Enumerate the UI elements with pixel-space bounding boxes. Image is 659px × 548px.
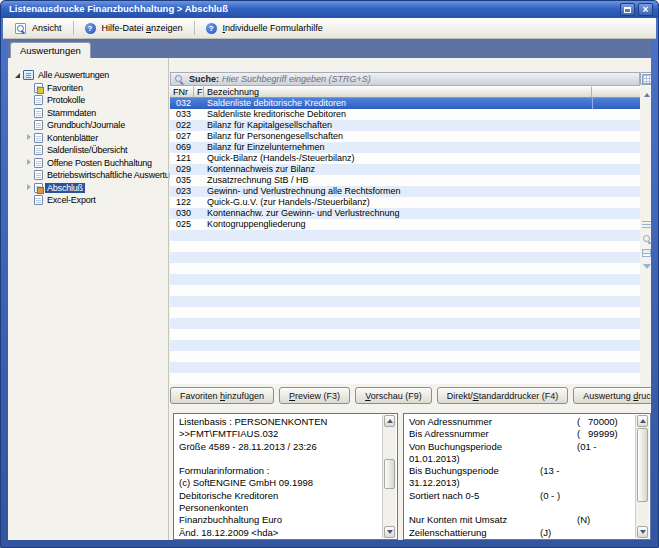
column-header-bezeichnung[interactable]: Bezeichnung [204,86,592,98]
tree-item-kontenblätter[interactable]: Kontenblätter [12,132,168,145]
param-line: 31.12.2013) [409,477,632,489]
table-row[interactable]: 030Kontennachw. zur Gewinn- und Verlustr… [170,208,640,219]
table-row[interactable]: 122Quick-G.u.V. (zur Handels-/Steuerbila… [170,197,640,208]
tree-item-betriebswirtschaftliche-auswertungen[interactable]: Betriebswirtschaftliche Auswertungen [12,169,168,182]
param-line: Von Buchungsperiode(01 - [409,441,632,453]
cell-fnr: 030 [170,208,194,219]
page-icon [34,95,43,105]
scroll-up-button[interactable] [637,415,648,427]
cell-favorite-flag [194,175,204,186]
column-header-fnr[interactable]: FNr [170,86,194,98]
cell-fnr: 022 [170,120,194,131]
expander-spacer [25,83,34,92]
auswertung-drucken-button[interactable]: Auswertung drucken [573,387,651,404]
empty-row [170,318,640,329]
tree-item-label: Grundbuch/Journale [45,120,127,130]
table-row[interactable]: 027Bilanz für Personengesellschaften [170,131,640,142]
table-row[interactable]: 069Bilanz für Einzelunternehmen [170,142,640,153]
tree-item-excel-export[interactable]: Excel-Export [12,194,168,207]
toolbar-button-label: Individuelle Formularhilfe [223,23,323,33]
tree-item-label: Abschluß [45,183,85,193]
empty-row [170,252,640,263]
close-button[interactable] [638,3,653,16]
cell-extra [592,197,640,208]
page-icon [34,120,43,130]
page-icon [34,145,43,155]
expander-icon[interactable] [14,71,23,80]
table-row[interactable]: 023Gewinn- und Verlustrechnung alle Rech… [170,186,640,197]
empty-row [170,307,640,318]
tree-item-offene-posten-buchhaltung[interactable]: Offene Posten Buchhaltung [12,157,168,170]
vorschau-f9-button[interactable]: Vorschau (F9) [355,387,432,404]
toolbar-button-label: Hilfe-Datei anzeigen [102,23,183,33]
table-row[interactable]: 025Kontogruppengliederung [170,219,640,230]
scroll-down-button[interactable] [637,526,648,538]
favoriten-hinzufügen-button[interactable]: Favoriten hinzufügen [170,387,274,404]
cell-bezeichnung: Bilanz für Personengesellschaften [204,131,592,142]
table-row[interactable]: 035Zusatzrechnung StB / HB [170,175,640,186]
empty-cell [170,263,640,274]
table-button[interactable] [640,246,651,259]
param-line: Zeilenschattierung(J) [409,527,632,539]
cell-fnr: 027 [170,131,194,142]
expander-icon[interactable] [25,158,34,167]
search-input[interactable]: Suche: Hier Suchbegriff eingeben (STRG+S… [170,72,640,86]
table-row[interactable]: 121Quick-Bilanz (Handels-/Steuerbilanz) [170,153,640,164]
tree-item-grundbuch-journale[interactable]: Grundbuch/Journale [12,119,168,132]
cell-favorite-flag [194,109,204,120]
toolbar-button-individuelle-formularhilfe[interactable]: Individuelle Formularhilfe [199,20,330,37]
tree-item-favoriten[interactable]: Favoriten [12,82,168,95]
list-button[interactable] [640,218,651,231]
empty-cell [170,296,640,307]
preview-f3-button[interactable]: Preview (F3) [279,387,350,404]
window-controls [620,3,653,16]
scrollbar-thumb[interactable] [384,459,395,489]
cell-extra [592,98,640,109]
tab-auswertungen[interactable]: Auswertungen [10,42,91,58]
scroll-down-button[interactable] [384,526,395,538]
page-magnifier-icon [15,23,26,34]
param-value: (01 - [577,441,597,453]
tree-item-alle-auswertungen[interactable]: Alle Auswertungen [12,69,168,82]
search-placeholder: Hier Suchbegriff eingeben (STRG+S) [222,74,371,84]
column-header-blank[interactable] [592,86,640,98]
info-panel-scrollbar[interactable] [382,415,396,538]
expander-spacer [25,146,34,155]
favorites-icon [34,83,43,93]
scroll-up-button[interactable] [640,88,651,101]
grid-button[interactable] [640,72,651,85]
restore-button[interactable] [620,3,635,16]
form-info-text: Listenbasis : PERSONENKONTEN>>FMT\FMTFIA… [179,416,379,539]
tree-item-abschluß[interactable]: Abschluß [12,182,168,195]
cell-fnr: 035 [170,175,194,186]
direkt-standarddrucker-f4-button[interactable]: Direkt/Standarddrucker (F4) [437,387,569,404]
empty-cell [170,285,640,296]
params-panel-scrollbar[interactable] [635,415,649,538]
tree-item-protokolle[interactable]: Protokolle [12,94,168,107]
cell-bezeichnung: Gewinn- und Verlustrechnung alle Rechtsf… [204,186,592,197]
cell-bezeichnung: Saldenliste kreditorische Debitoren [204,109,592,120]
table-row[interactable]: 032Saldenliste debitorische Kreditoren [170,98,640,109]
info-line: Größe 4589 - 28.11.2013 / 23:26 [179,441,379,453]
tree-item-stammdaten[interactable]: Stammdaten [12,107,168,120]
param-label: Bis Buchungsperiode [409,465,499,476]
param-value: ( 70000) [577,416,618,428]
expander-icon[interactable] [25,183,34,192]
table-row[interactable]: 033Saldenliste kreditorische Debitoren [170,109,640,120]
toolbar-button-ansicht[interactable]: Ansicht [8,20,69,37]
expander-icon[interactable] [25,133,34,142]
filter-button[interactable] [640,260,651,273]
tree-item-label: Offene Posten Buchhaltung [45,158,154,168]
column-header-f[interactable]: F [194,86,204,98]
info-line: Debitorische Kreditoren [179,490,379,502]
scrollbar-thumb[interactable] [637,428,648,502]
scroll-up-button[interactable] [384,415,395,427]
zoom-button[interactable] [640,232,651,245]
toolbar-button-hilfe-datei-anzeigen[interactable]: Hilfe-Datei anzeigen [78,20,190,37]
tree-item-saldenliste-übersicht[interactable]: Saldenliste/Übersicht [12,144,168,157]
form-params-panel: Von Adressnummer( 70000)Bis Adressnummer… [403,413,651,540]
cell-favorite-flag [194,98,204,109]
toolbar-button-label: Ansicht [32,23,62,33]
table-row[interactable]: 022Bilanz für Kapitalgesellschaften [170,120,640,131]
table-row[interactable]: 029Kontennachweis zur Bilanz [170,164,640,175]
